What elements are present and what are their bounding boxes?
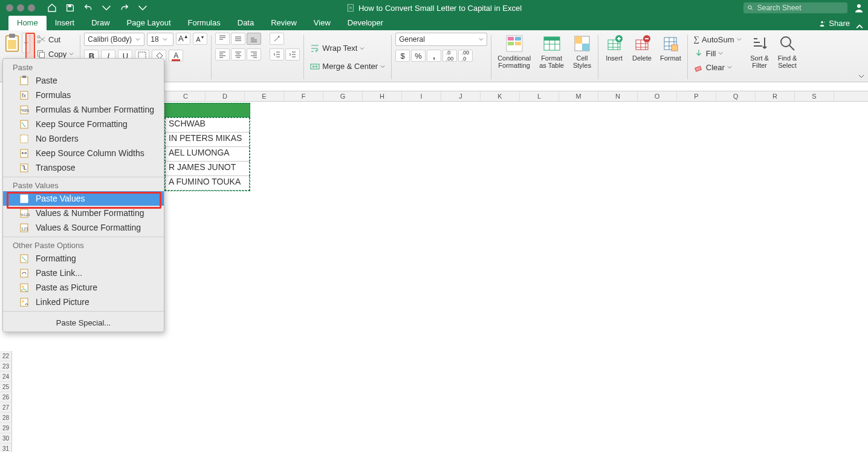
shrink-font-button[interactable]: A▼ bbox=[193, 33, 207, 45]
menu-linked-picture[interactable]: Linked Picture bbox=[3, 295, 164, 309]
menu-values-source[interactable]: 123Values & Source Formatting bbox=[3, 220, 164, 235]
user-icon[interactable] bbox=[853, 2, 864, 13]
row-header[interactable]: 30 bbox=[0, 433, 12, 444]
menu-paste-picture[interactable]: Paste as Picture bbox=[3, 280, 164, 295]
font-color-button[interactable]: A bbox=[169, 50, 183, 62]
currency-button[interactable]: $ bbox=[395, 50, 410, 62]
menu-values-number[interactable]: %123Values & Number Formatting bbox=[3, 206, 164, 220]
menu-no-borders[interactable]: No Borders bbox=[3, 131, 164, 146]
zoom-window-icon[interactable] bbox=[28, 4, 35, 11]
font-name-select[interactable]: Calibri (Body) bbox=[84, 33, 144, 46]
align-center-button[interactable] bbox=[231, 48, 245, 61]
decrease-decimal-button[interactable]: .00.0 bbox=[458, 50, 473, 62]
row-header[interactable]: 27 bbox=[0, 402, 12, 413]
collapse-ribbon-icon[interactable] bbox=[856, 23, 868, 30]
window-controls[interactable] bbox=[0, 4, 35, 11]
row-header[interactable]: 25 bbox=[0, 382, 12, 392]
tab-developer[interactable]: Developer bbox=[339, 16, 392, 30]
grow-font-button[interactable]: A▲ bbox=[176, 33, 190, 45]
save-icon[interactable] bbox=[65, 3, 75, 13]
decrease-indent-button[interactable] bbox=[270, 48, 284, 61]
col-header[interactable]: M bbox=[559, 91, 598, 101]
col-header[interactable]: G bbox=[323, 91, 363, 101]
col-header[interactable]: N bbox=[598, 91, 638, 101]
row-headers[interactable]: 222324252627282930313233 bbox=[0, 351, 12, 452]
increase-decimal-button[interactable]: .0.00 bbox=[442, 50, 457, 62]
data-header-cell[interactable] bbox=[164, 103, 250, 117]
col-header[interactable]: J bbox=[441, 91, 481, 101]
row-header[interactable]: 28 bbox=[0, 413, 12, 423]
col-header[interactable]: D bbox=[206, 91, 245, 101]
menu-formatting[interactable]: Formatting bbox=[3, 251, 164, 266]
tab-insert[interactable]: Insert bbox=[47, 16, 83, 30]
cut-button[interactable]: Cut bbox=[34, 33, 76, 46]
minimize-window-icon[interactable] bbox=[17, 4, 24, 11]
find-select-button[interactable]: Find & Select bbox=[776, 33, 800, 82]
col-header[interactable]: H bbox=[363, 91, 402, 101]
col-header[interactable]: K bbox=[481, 91, 520, 101]
tab-formulas[interactable]: Formulas bbox=[180, 16, 229, 30]
comma-button[interactable]: , bbox=[427, 50, 441, 62]
format-as-table-button[interactable]: Format as Table bbox=[537, 33, 566, 82]
percent-button[interactable]: % bbox=[411, 50, 426, 62]
orientation-button[interactable] bbox=[270, 33, 284, 45]
row-header[interactable]: 23 bbox=[0, 361, 12, 372]
search-input[interactable] bbox=[757, 4, 844, 12]
col-header[interactable]: I bbox=[402, 91, 441, 101]
search-sheet[interactable] bbox=[743, 2, 847, 13]
delete-cells-button[interactable]: Delete bbox=[630, 33, 654, 82]
tab-review[interactable]: Review bbox=[262, 16, 305, 30]
row-header[interactable]: 22 bbox=[0, 351, 12, 361]
data-cell[interactable]: SCHWAB bbox=[165, 118, 250, 133]
col-header[interactable]: Q bbox=[716, 91, 756, 101]
col-header[interactable]: S bbox=[795, 91, 834, 101]
align-middle-button[interactable] bbox=[231, 33, 245, 45]
insert-cells-button[interactable]: Insert bbox=[602, 33, 626, 82]
data-cell[interactable]: IN PETERS MIKAS bbox=[165, 133, 250, 147]
menu-paste-link[interactable]: Paste Link... bbox=[3, 266, 164, 280]
data-cell[interactable]: A FUMINO TOUKA bbox=[165, 176, 250, 191]
col-header[interactable]: O bbox=[638, 91, 677, 101]
data-cell[interactable]: R JAMES JUNOT bbox=[165, 162, 250, 176]
qat-more-icon[interactable] bbox=[138, 3, 147, 13]
align-left-button[interactable] bbox=[215, 48, 230, 61]
format-cells-button[interactable]: Format bbox=[658, 33, 684, 82]
merge-center-button[interactable]: Merge & Center bbox=[308, 60, 387, 73]
sort-filter-button[interactable]: Sort & Filter bbox=[748, 33, 772, 82]
undo-icon[interactable] bbox=[83, 3, 93, 13]
tab-view[interactable]: View bbox=[305, 16, 339, 30]
col-header[interactable]: F bbox=[284, 91, 323, 101]
font-size-select[interactable]: 18 bbox=[147, 33, 173, 46]
increase-indent-button[interactable] bbox=[285, 48, 300, 61]
align-bottom-button[interactable] bbox=[247, 33, 261, 45]
menu-paste-special[interactable]: Paste Special... bbox=[3, 313, 164, 332]
menu-keep-widths[interactable]: Keep Source Column Widths bbox=[3, 146, 164, 160]
row-header[interactable]: 29 bbox=[0, 423, 12, 433]
number-format-select[interactable]: General bbox=[395, 33, 487, 46]
row-header[interactable]: 26 bbox=[0, 392, 12, 402]
col-header[interactable]: P bbox=[677, 91, 716, 101]
tab-home[interactable]: Home bbox=[8, 16, 47, 30]
conditional-formatting-button[interactable]: Conditional Formatting bbox=[495, 33, 533, 82]
align-right-button[interactable] bbox=[247, 48, 261, 61]
clear-button[interactable]: Clear bbox=[691, 61, 744, 74]
menu-paste-values[interactable]: 123Paste Values bbox=[3, 191, 164, 206]
tab-draw[interactable]: Draw bbox=[83, 16, 118, 30]
undo-dropdown-icon[interactable] bbox=[102, 3, 111, 13]
close-window-icon[interactable] bbox=[6, 4, 13, 11]
col-header[interactable]: L bbox=[520, 91, 559, 101]
share-button[interactable]: Share bbox=[812, 16, 856, 30]
tab-page-layout[interactable]: Page Layout bbox=[118, 16, 180, 30]
tab-data[interactable]: Data bbox=[229, 16, 262, 30]
row-header[interactable]: 31 bbox=[0, 444, 12, 452]
data-cell[interactable]: AEL LUMONGA bbox=[165, 147, 250, 162]
marching-ants-range[interactable]: SCHWAB IN PETERS MIKAS AEL LUMONGA R JAM… bbox=[164, 117, 250, 191]
home-icon[interactable] bbox=[47, 3, 57, 13]
menu-formulas[interactable]: fxFormulas bbox=[3, 88, 164, 102]
menu-paste[interactable]: Paste bbox=[3, 73, 164, 88]
wrap-text-button[interactable]: Wrap Text bbox=[308, 42, 387, 55]
cell-styles-button[interactable]: Cell Styles bbox=[570, 33, 594, 82]
row-header[interactable]: 24 bbox=[0, 372, 12, 382]
col-header[interactable]: R bbox=[756, 91, 795, 101]
col-header[interactable]: E bbox=[245, 91, 284, 101]
